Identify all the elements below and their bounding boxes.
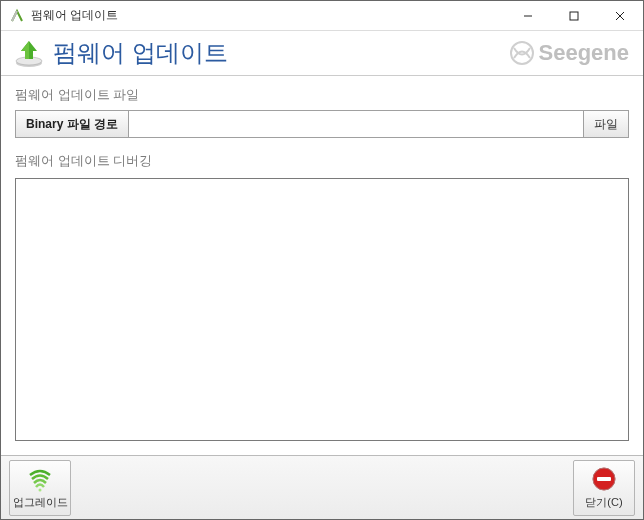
main-body: 펌웨어 업데이트 파일 Binary 파일 경로 파일 펌웨어 업데이트 디버깅 [1,75,643,455]
svg-point-6 [511,42,533,64]
upgrade-button-label: 업그레이드 [13,495,68,510]
brand-logo: Seegene [509,40,630,66]
header: 펌웨어 업데이트 Seegene [1,31,643,75]
browse-file-button[interactable]: 파일 [583,111,628,137]
svg-rect-10 [597,477,611,481]
window-controls [505,1,643,30]
file-path-title: Binary 파일 경로 [16,111,129,137]
app-window: 펌웨어 업데이트 펌웨어 업데이트 [0,0,644,520]
debug-output[interactable] [15,178,629,441]
titlebar: 펌웨어 업데이트 [1,1,643,31]
brand-text: Seegene [539,40,630,66]
debug-section-label: 펌웨어 업데이트 디버깅 [15,152,629,170]
page-title: 펌웨어 업데이트 [53,37,509,69]
app-icon [9,8,25,24]
close-button-label: 닫기(C) [585,495,622,510]
firmware-update-icon [13,37,45,69]
upgrade-button[interactable]: 업그레이드 [9,460,71,516]
close-stop-icon [590,465,618,493]
file-path-input[interactable] [129,111,583,137]
brand-icon [509,40,535,66]
close-window-button[interactable] [597,1,643,30]
window-title: 펌웨어 업데이트 [31,7,505,24]
minimize-button[interactable] [505,1,551,30]
wifi-upgrade-icon [26,465,54,493]
file-path-row: Binary 파일 경로 파일 [15,110,629,138]
file-section-label: 펌웨어 업데이트 파일 [15,86,629,104]
footer: 업그레이드 닫기(C) [1,455,643,519]
svg-point-7 [39,489,42,492]
maximize-button[interactable] [551,1,597,30]
svg-rect-1 [570,12,578,20]
close-button[interactable]: 닫기(C) [573,460,635,516]
